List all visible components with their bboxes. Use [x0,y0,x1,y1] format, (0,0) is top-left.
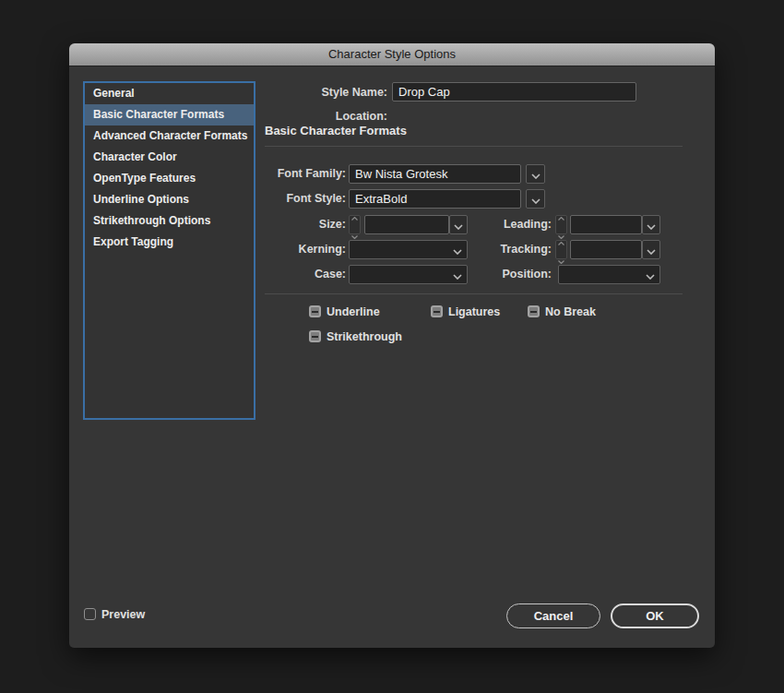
sidebar-item-advanced-character-formats[interactable]: Advanced Character Formats [85,125,254,147]
separator [265,146,683,147]
size-input[interactable] [364,215,449,234]
sidebar-item-general[interactable]: General [85,83,254,104]
dialog-titlebar: Character Style Options [69,43,715,66]
sidebar-item-underline-options[interactable]: Underline Options [85,189,254,210]
strikethrough-checkbox-label: Strikethrough [327,330,402,343]
ligatures-checkbox[interactable] [431,305,443,317]
underline-checkbox-label: Underline [327,305,380,318]
mixed-state-dash-icon [530,311,537,313]
font-style-input[interactable] [349,189,521,209]
category-list: General Basic Character Formats Advanced… [83,81,255,420]
chevron-down-icon [647,242,656,258]
tracking-dropdown-button[interactable] [642,240,660,259]
size-stepper[interactable] [349,215,361,234]
font-family-input[interactable] [349,164,521,184]
character-style-options-dialog: Character Style Options General Basic Ch… [69,43,715,648]
section-heading: Basic Character Formats [265,124,407,137]
no-break-checkbox[interactable] [528,305,540,317]
sidebar-item-basic-character-formats[interactable]: Basic Character Formats [85,104,254,125]
size-label: Size: [235,215,346,234]
chevron-down-icon [531,166,540,183]
stepper-up-icon [558,208,564,224]
ok-button[interactable]: OK [611,603,699,628]
chevron-down-icon [531,191,540,208]
case-label: Case: [235,265,346,284]
sidebar-item-opentype-features[interactable]: OpenType Features [85,168,254,189]
sidebar-item-strikethrough-options[interactable]: Strikethrough Options [85,210,254,232]
stepper-up-icon [558,233,564,249]
sidebar-item-character-color[interactable]: Character Color [85,147,254,168]
leading-dropdown-button[interactable] [642,215,660,234]
tracking-label: Tracking: [441,240,552,259]
font-style-dropdown-button[interactable] [526,189,545,209]
position-dropdown[interactable] [558,265,660,284]
mixed-state-dash-icon [312,336,318,338]
strikethrough-checkbox[interactable] [309,330,321,342]
style-name-label: Style Name: [265,83,387,102]
cancel-button[interactable]: Cancel [506,603,600,628]
mixed-state-dash-icon [312,311,318,313]
style-name-input[interactable] [392,82,636,102]
tracking-input[interactable] [570,240,642,259]
kerning-label: Kerning: [235,240,346,259]
font-family-label: Font Family: [235,164,346,184]
tracking-stepper[interactable] [555,240,567,259]
leading-input[interactable] [570,215,642,234]
separator [265,293,683,294]
chevron-down-icon [647,217,656,233]
ligatures-checkbox-label: Ligatures [448,305,500,318]
dialog-title: Character Style Options [328,47,456,61]
preview-checkbox[interactable] [84,608,96,620]
mixed-state-dash-icon [434,311,440,313]
preview-checkbox-label: Preview [101,608,145,621]
position-label: Position: [441,265,552,284]
underline-checkbox[interactable] [309,305,321,317]
sidebar-item-export-tagging[interactable]: Export Tagging [85,232,254,253]
font-style-label: Font Style: [235,189,346,209]
no-break-checkbox-label: No Break [545,305,596,318]
font-family-dropdown-button[interactable] [526,164,545,184]
leading-label: Leading: [441,215,552,234]
chevron-down-icon [646,267,655,283]
stepper-up-icon [351,208,358,224]
